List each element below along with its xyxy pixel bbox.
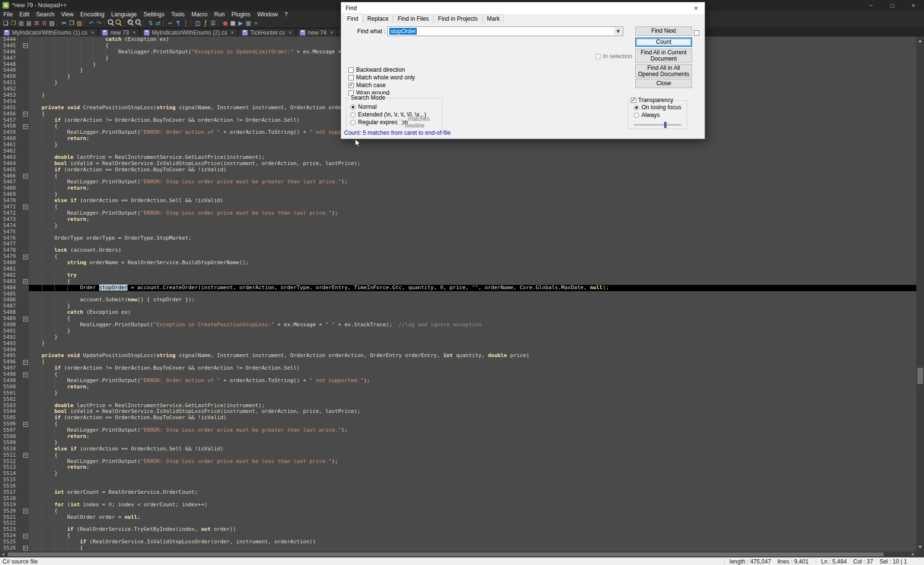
- fold-margin[interactable]: [22, 390, 29, 397]
- fold-margin[interactable]: [22, 434, 29, 440]
- tab-close-icon[interactable]: ✕: [132, 30, 136, 35]
- tab-tickhunter-cs[interactable]: TickHunter.cs✕: [238, 28, 296, 37]
- close-button[interactable]: ✕: [903, 0, 924, 11]
- bookmark-margin[interactable]: [18, 86, 22, 92]
- bookmark-margin[interactable]: [18, 545, 22, 552]
- fold-collapse-icon[interactable]: [23, 174, 28, 179]
- bookmark-margin[interactable]: [18, 427, 22, 434]
- redo-icon[interactable]: ↷: [95, 19, 103, 27]
- code-line-5510[interactable]: 5510 else if (orderAction == OrderAction…: [0, 446, 916, 452]
- bookmark-margin[interactable]: [18, 266, 22, 272]
- document-map-icon[interactable]: ◫: [194, 19, 202, 27]
- word-wrap-icon[interactable]: ↵: [167, 19, 174, 27]
- tab-myindicatorwithenums-2-cs[interactable]: MyIndicatorWithEnums (2).cs✕: [140, 28, 238, 37]
- bookmark-margin[interactable]: [18, 334, 22, 341]
- zoom-out-icon[interactable]: [135, 19, 142, 27]
- fold-margin[interactable]: [22, 241, 29, 247]
- bookmark-margin[interactable]: [18, 37, 22, 43]
- fold-margin[interactable]: [22, 483, 29, 489]
- fold-margin[interactable]: [22, 148, 29, 154]
- code-line-5474[interactable]: 5474 }: [0, 223, 916, 229]
- bookmark-margin[interactable]: [18, 328, 22, 334]
- fold-margin[interactable]: [22, 378, 29, 384]
- code-line-5500[interactable]: 5500 return;: [0, 384, 916, 390]
- paste-icon[interactable]: ▨: [76, 19, 83, 27]
- fold-collapse-icon[interactable]: [23, 112, 28, 116]
- code-line-5464[interactable]: 5464 bool isValid = RealOrderService.IsV…: [0, 161, 916, 167]
- fold-margin[interactable]: [22, 105, 29, 111]
- code-line-5471[interactable]: 5471 {: [0, 204, 916, 210]
- fold-margin[interactable]: [22, 440, 29, 446]
- cut-icon[interactable]: ✂: [60, 19, 68, 27]
- bookmark-margin[interactable]: [18, 204, 22, 210]
- menu-window[interactable]: Window: [254, 11, 281, 18]
- bookmark-margin[interactable]: [18, 80, 22, 86]
- code-line-5487[interactable]: 5487 }: [0, 303, 916, 309]
- find-dialog-tab-find-in-files[interactable]: Find in Files: [393, 14, 433, 23]
- fold-margin[interactable]: [22, 260, 29, 266]
- menu-view[interactable]: View: [58, 11, 77, 18]
- code-line-5465[interactable]: 5465 if (orderAction == OrderAction.BuyT…: [0, 167, 916, 173]
- bookmark-margin[interactable]: [18, 471, 22, 477]
- bookmark-margin[interactable]: [18, 67, 22, 74]
- bookmark-margin[interactable]: [18, 322, 22, 328]
- bookmark-margin[interactable]: [18, 397, 22, 403]
- fold-margin[interactable]: [22, 111, 29, 117]
- fold-margin[interactable]: [22, 129, 29, 136]
- extended-n-r-t-0-x-radio[interactable]: [350, 112, 356, 117]
- bookmark-margin[interactable]: [18, 229, 22, 235]
- horizontal-scrollbar[interactable]: [0, 552, 916, 557]
- close-icon[interactable]: ⊠: [33, 19, 40, 27]
- fold-margin[interactable]: [22, 210, 29, 217]
- fold-margin[interactable]: [22, 334, 29, 341]
- bookmark-margin[interactable]: [18, 464, 22, 471]
- bookmark-margin[interactable]: [18, 440, 22, 446]
- bookmark-margin[interactable]: [18, 105, 22, 111]
- fold-margin[interactable]: [22, 266, 29, 272]
- bookmark-margin[interactable]: [18, 483, 22, 489]
- find-dialog-tab-find[interactable]: Find: [343, 13, 362, 23]
- always-option[interactable]: Always: [634, 111, 681, 119]
- backward-direction-checkbox[interactable]: [348, 67, 354, 73]
- slider-thumb[interactable]: [664, 122, 667, 128]
- code-line-5507[interactable]: 5507 RealLogger.PrintOutput("ERROR: Stop…: [0, 427, 916, 434]
- bookmark-margin[interactable]: [18, 459, 22, 465]
- code-line-5475[interactable]: 5475: [0, 229, 916, 235]
- slider-track[interactable]: [634, 124, 681, 126]
- bookmark-margin[interactable]: [18, 303, 22, 309]
- bookmark-margin[interactable]: [18, 372, 22, 378]
- code-line-5501[interactable]: 5501 }: [0, 390, 916, 397]
- bookmark-margin[interactable]: [18, 489, 22, 496]
- code-line-5495[interactable]: 5495 private void UpdatePositionStopLoss…: [0, 353, 916, 359]
- bookmark-margin[interactable]: [18, 415, 22, 421]
- bookmark-margin[interactable]: [18, 43, 22, 49]
- code-line-5484[interactable]: 5484 Order stopOrder = account.CreateOrd…: [0, 285, 916, 291]
- fold-margin[interactable]: [22, 123, 29, 129]
- bookmark-margin[interactable]: [18, 365, 22, 372]
- fold-collapse-icon[interactable]: [23, 422, 28, 427]
- fold-margin[interactable]: [22, 279, 29, 285]
- code-line-5472[interactable]: 5472 RealLogger.PrintOutput("ERROR: Stop…: [0, 210, 916, 217]
- find-all-in-all-opened-documents-button[interactable]: Find All in All Opened Documents: [635, 64, 692, 78]
- bookmark-margin[interactable]: [18, 353, 22, 359]
- code-line-5467[interactable]: 5467 RealLogger.PrintOutput("ERROR: Stop…: [0, 179, 916, 185]
- bookmark-margin[interactable]: [18, 421, 22, 427]
- code-line-5477[interactable]: 5477: [0, 241, 916, 247]
- fold-collapse-icon[interactable]: [23, 546, 28, 551]
- tab-new-74[interactable]: new 74✕: [296, 28, 337, 37]
- bookmark-margin[interactable]: [18, 117, 22, 124]
- code-line-5461[interactable]: 5461 }: [0, 142, 916, 148]
- bookmark-margin[interactable]: [18, 223, 22, 229]
- indent-guide-icon[interactable]: ┆: [182, 19, 190, 27]
- code-line-5519[interactable]: 5519 for (int index = 0; index < orderCo…: [0, 502, 916, 508]
- code-line-5518[interactable]: 5518: [0, 496, 916, 502]
- code-line-5512[interactable]: 5512 RealLogger.PrintOutput("ERROR: Stop…: [0, 459, 916, 465]
- code-line-5463[interactable]: 5463 double lastPrice = RealInstrumentSe…: [0, 154, 916, 161]
- fold-margin[interactable]: [22, 204, 29, 210]
- bookmark-margin[interactable]: [18, 173, 22, 180]
- bookmark-margin[interactable]: [18, 539, 22, 545]
- menu-edit[interactable]: Edit: [16, 11, 33, 18]
- bookmark-margin[interactable]: [18, 129, 22, 136]
- fold-margin[interactable]: [22, 247, 29, 254]
- find-dialog-tab-mark[interactable]: Mark: [483, 14, 504, 23]
